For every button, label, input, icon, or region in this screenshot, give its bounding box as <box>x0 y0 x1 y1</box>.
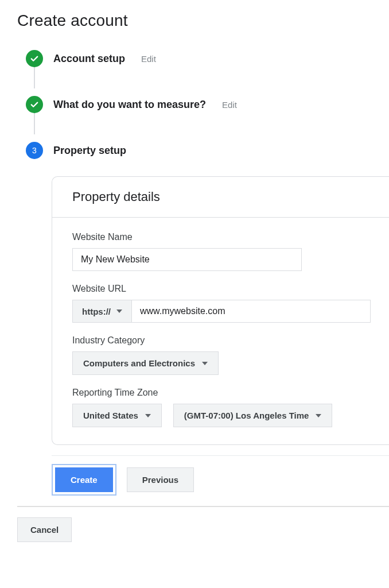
industry-value: Computers and Electronics <box>83 358 195 368</box>
website-name-input[interactable] <box>72 248 302 271</box>
card-title: Property details <box>52 177 389 218</box>
step-connector <box>34 111 35 134</box>
step-measure: What do you want to measure? Edit <box>26 93 389 116</box>
step-label: Account setup <box>53 53 125 65</box>
website-name-label: Website Name <box>72 232 369 242</box>
country-select[interactable]: United States <box>72 404 162 427</box>
caret-down-icon <box>116 310 122 313</box>
edit-link[interactable]: Edit <box>222 100 237 110</box>
timezone-value: (GMT-07:00) Los Angeles Time <box>184 411 309 420</box>
step-number-icon: 3 <box>26 142 43 159</box>
industry-label: Industry Category <box>72 335 369 346</box>
step-label: Property setup <box>53 145 126 157</box>
previous-button[interactable]: Previous <box>127 467 194 492</box>
industry-select[interactable]: Computers and Electronics <box>72 351 219 375</box>
stepper: Account setup Edit What do you want to m… <box>17 47 389 162</box>
caret-down-icon <box>202 362 208 365</box>
cancel-button[interactable]: Cancel <box>17 517 72 542</box>
create-button-focus-ring: Create <box>52 464 116 496</box>
protocol-select[interactable]: https:// <box>72 300 131 323</box>
step-property-setup: 3 Property setup <box>26 139 389 162</box>
edit-link[interactable]: Edit <box>141 54 156 64</box>
protocol-value: https:// <box>82 307 111 316</box>
timezone-select[interactable]: (GMT-07:00) Los Angeles Time <box>173 404 333 427</box>
caret-down-icon <box>145 414 151 417</box>
timezone-group: Reporting Time Zone United States (GMT-0… <box>72 388 369 427</box>
industry-group: Industry Category Computers and Electron… <box>72 335 369 375</box>
timezone-label: Reporting Time Zone <box>72 388 369 398</box>
action-buttons: Create Previous <box>52 455 389 506</box>
create-button[interactable]: Create <box>55 467 113 492</box>
caret-down-icon <box>316 414 321 417</box>
website-name-group: Website Name <box>72 232 369 271</box>
page-title: Create account <box>17 11 389 30</box>
check-icon <box>26 50 43 67</box>
bottom-bar: Cancel <box>17 506 389 542</box>
step-account-setup: Account setup Edit <box>26 47 389 70</box>
property-details-card: Property details Website Name Website UR… <box>52 176 389 445</box>
step-label: What do you want to measure? <box>53 99 206 111</box>
step-connector <box>34 65 35 88</box>
website-url-label: Website URL <box>72 284 369 294</box>
website-url-group: Website URL https:// <box>72 284 369 323</box>
check-icon <box>26 96 43 113</box>
website-url-input[interactable] <box>131 300 371 323</box>
country-value: United States <box>83 411 138 420</box>
